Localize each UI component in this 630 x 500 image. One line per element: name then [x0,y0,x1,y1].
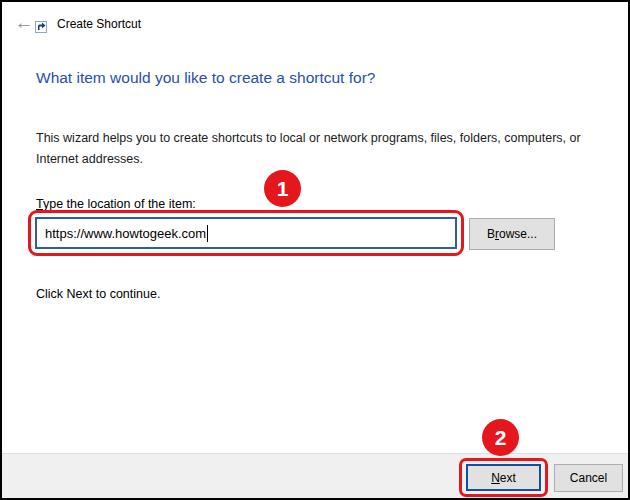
step-1-badge: 1 [264,170,301,207]
wizard-description: This wizard helps you to create shortcut… [36,128,610,170]
next-hint-text: Click Next to continue. [36,287,160,301]
back-arrow-icon: ← [15,12,34,33]
location-field-label: Type the location of the item: [36,197,196,211]
label-mnemonic: T [36,197,43,211]
browse-button-label: Browse... [487,227,537,241]
next-button-label: Next [491,471,516,485]
location-input-value: https://www.howtogeek.com [45,226,206,241]
label-text: ype the location of the item: [43,197,196,211]
cancel-button[interactable]: Cancel [554,464,623,492]
create-shortcut-wizard-window: ← Create Shortcut What item would you li… [0,0,630,500]
page-title: What item would you like to create a sho… [36,69,606,87]
step-2-badge: 2 [482,419,519,456]
window-title: Create Shortcut [57,17,141,31]
browse-button[interactable]: Browse... [469,218,555,250]
shortcut-icon [35,19,47,31]
title-bar: ← Create Shortcut [2,2,628,46]
text-caret [207,225,208,242]
location-input[interactable]: https://www.howtogeek.com [35,217,457,249]
cancel-button-label: Cancel [570,471,607,485]
next-button[interactable]: Next [466,464,541,491]
back-button[interactable]: ← [12,11,36,35]
